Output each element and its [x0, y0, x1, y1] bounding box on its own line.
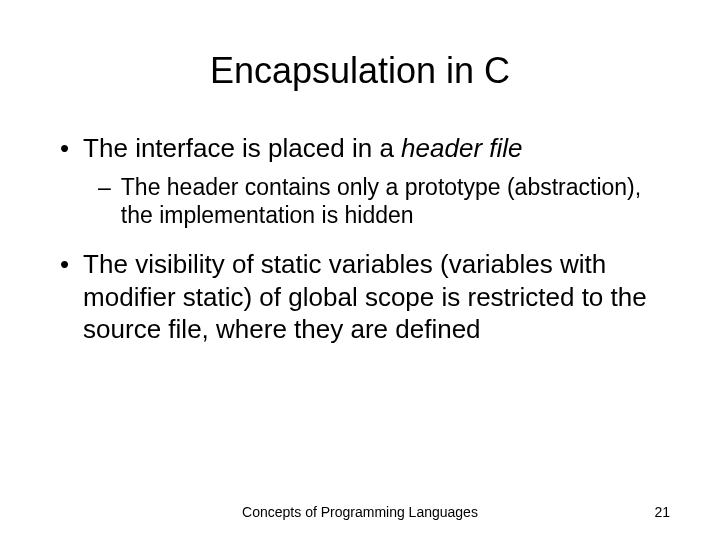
slide-title: Encapsulation in C	[50, 50, 670, 92]
bullet-prefix: The interface is placed in a	[83, 133, 401, 163]
bullet-item: • The interface is placed in a header fi…	[60, 132, 670, 165]
bullet-list: • The interface is placed in a header fi…	[50, 132, 670, 346]
footer-text: Concepts of Programming Languages	[50, 504, 670, 520]
bullet-text: The visibility of static variables (vari…	[83, 248, 670, 346]
bullet-marker: •	[60, 248, 69, 346]
page-number: 21	[654, 504, 670, 520]
sub-text: The header contains only a prototype (ab…	[121, 173, 670, 231]
bullet-italic: header file	[401, 133, 522, 163]
sub-marker: –	[98, 173, 111, 231]
bullet-text: The interface is placed in a header file	[83, 132, 670, 165]
sub-bullet-item: – The header contains only a prototype (…	[98, 173, 670, 231]
bullet-marker: •	[60, 132, 69, 165]
bullet-item: • The visibility of static variables (va…	[60, 248, 670, 346]
